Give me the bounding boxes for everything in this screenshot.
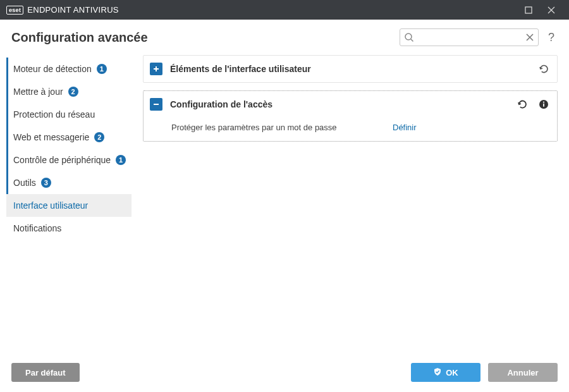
sidebar-item-label: Outils [13, 178, 36, 188]
info-icon [539, 99, 549, 109]
define-password-link[interactable]: Définir [393, 123, 417, 132]
button-label: Annuler [507, 368, 538, 377]
app-logo: eset ENDPOINT ANTIVIRUS [6, 5, 119, 15]
panel-body-access-setup: Protéger les paramètres par un mot de pa… [144, 118, 557, 141]
panel-access-setup: Configuration de l'accès Protéger les pa… [143, 90, 558, 142]
sidebar-item-device-control[interactable]: Contrôle de périphérique 1 [6, 149, 132, 171]
panel-reset-button[interactable] [515, 99, 529, 110]
svg-point-3 [405, 34, 412, 40]
help-icon: ? [548, 31, 554, 44]
product-name: ENDPOINT ANTIVIRUS [27, 5, 119, 15]
sidebar-item-label: Interface utilisateur [13, 200, 88, 211]
sidebar-item-badge: 3 [41, 178, 51, 188]
default-button[interactable]: Par défaut [11, 363, 80, 382]
svg-rect-12 [543, 104, 544, 107]
undo-icon [538, 63, 549, 75]
sidebar-item-network-protection[interactable]: Protection du réseau [6, 103, 132, 126]
window-close-button[interactable] [540, 0, 563, 20]
panel-header-access-setup[interactable]: Configuration de l'accès [144, 91, 557, 118]
sidebar-item-label: Web et messagerie [13, 132, 89, 142]
sidebar-item-web-email[interactable]: Web et messagerie 2 [6, 126, 132, 149]
sidebar-item-label: Mettre à jour [13, 87, 63, 97]
button-label: OK [446, 368, 458, 377]
sidebar-item-badge: 2 [94, 132, 104, 142]
undo-icon [517, 99, 528, 110]
window-maximize-button[interactable] [517, 0, 540, 20]
page-title: Configuration avancée [11, 30, 400, 45]
sidebar-item-label: Notifications [13, 223, 61, 233]
svg-point-11 [543, 102, 544, 103]
help-button[interactable]: ? [545, 31, 558, 44]
search-icon [404, 32, 414, 44]
search-input[interactable] [400, 29, 538, 46]
setting-label: Protéger les paramètres par un mot de pa… [171, 123, 393, 132]
panel-header-ui-elements[interactable]: Éléments de l'interface utilisateur [144, 56, 557, 82]
expand-icon [150, 63, 162, 75]
sidebar-item-label: Moteur de détection [13, 64, 92, 74]
main-panel: Éléments de l'interface utilisateur Conf… [137, 55, 558, 353]
panel-info-button[interactable] [537, 99, 551, 109]
x-icon [525, 33, 534, 42]
sidebar-item-detection-engine[interactable]: Moteur de détection 1 [6, 58, 132, 80]
sidebar-item-label: Protection du réseau [13, 109, 95, 119]
ok-button[interactable]: OK [411, 363, 480, 382]
sidebar-item-badge: 1 [116, 155, 126, 165]
panel-ui-elements: Éléments de l'interface utilisateur [143, 55, 558, 83]
sidebar-item-badge: 2 [68, 87, 78, 97]
sidebar-item-badge: 1 [97, 64, 107, 74]
sidebar-item-user-interface[interactable]: Interface utilisateur [6, 194, 132, 217]
sidebar-item-tools[interactable]: Outils 3 [6, 171, 132, 194]
shield-check-icon [433, 367, 442, 378]
collapse-icon [150, 98, 162, 111]
panel-title: Configuration de l'accès [170, 99, 508, 109]
close-icon [548, 6, 555, 14]
maximize-icon [525, 6, 532, 14]
sidebar-item-notifications[interactable]: Notifications [6, 217, 132, 240]
svg-line-4 [411, 39, 413, 42]
search-clear-button[interactable] [524, 32, 535, 45]
footer: Par défaut OK Annuler [0, 353, 569, 392]
page-header: Configuration avancée ? [0, 20, 569, 55]
button-label: Par défaut [25, 368, 66, 377]
sidebar: Moteur de détection 1 Mettre à jour 2 Pr… [0, 55, 137, 353]
panel-reset-button[interactable] [537, 63, 551, 75]
titlebar: eset ENDPOINT ANTIVIRUS [0, 0, 569, 20]
brand-mark: eset [6, 6, 23, 15]
search-field[interactable] [400, 28, 539, 46]
setting-password-protect: Protéger les paramètres par un mot de pa… [171, 123, 551, 132]
sidebar-item-label: Contrôle de périphérique [13, 155, 111, 165]
cancel-button[interactable]: Annuler [488, 363, 558, 382]
svg-rect-0 [525, 7, 532, 13]
sidebar-item-update[interactable]: Mettre à jour 2 [6, 80, 132, 103]
panel-title: Éléments de l'interface utilisateur [170, 64, 529, 74]
